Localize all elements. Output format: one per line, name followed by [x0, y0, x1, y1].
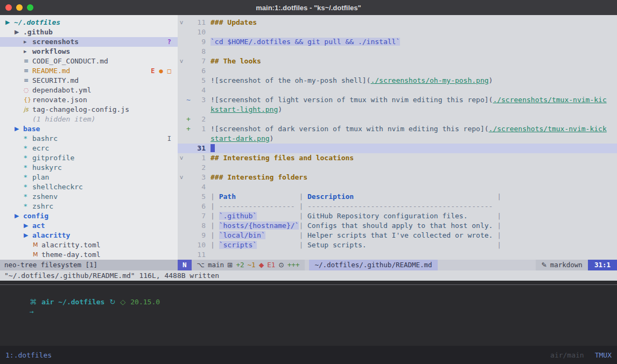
editor-line[interactable]: 9| `local/bin` | Helper scripts that I'v… [178, 231, 617, 240]
arrow-blue-icon: ▶ [24, 221, 32, 231]
git-sign: + [185, 115, 192, 124]
zoom-button[interactable] [27, 4, 33, 11]
md-icon: ≡ [24, 76, 32, 85]
tree-item-config[interactable]: ▶config [0, 211, 178, 221]
tree-item-gitprofile[interactable]: *gitprofile [0, 153, 178, 163]
editor-line[interactable]: 5![screenshot of the oh-my-posh shell](.… [178, 76, 617, 85]
tree-item--1-hidden-item-[interactable]: (1 hidden item) [0, 115, 178, 124]
status-badge: ● [159, 66, 163, 76]
editor-line[interactable]: v3### Interesting folders [178, 173, 617, 182]
tree-item-alacritty[interactable]: ▶alacritty [0, 231, 178, 240]
tree-item-label: huskyrc [32, 163, 62, 173]
editor-line[interactable]: 6| ------------------ | ----------------… [178, 202, 617, 211]
file-tree-panel[interactable]: ▶~/.dotfiles▶.github▸screenshots?▸workfl… [0, 15, 178, 260]
text-segment [265, 231, 299, 239]
text-segment [467, 212, 497, 220]
text-segment: | [497, 241, 501, 249]
tree-item-plan[interactable]: *plan [0, 173, 178, 182]
tree-item-label: renovate.json [32, 95, 87, 105]
git-sign [185, 134, 192, 144]
editor-line[interactable]: start-dark.png) [178, 134, 617, 144]
arrow-blue-icon: ▶ [15, 124, 23, 134]
tree-item--.dotfiles[interactable]: ▶~/.dotfiles [0, 18, 178, 27]
tree-item-readme.md[interactable]: ≡README.mdE●□ [0, 66, 178, 76]
tree-item-label: zshenv [32, 192, 58, 202]
editor-line[interactable]: v11### Updates [178, 18, 617, 27]
text-segment: ./screenshots/oh-my-posh.png [370, 76, 488, 84]
line-number: 1 [192, 153, 206, 163]
tree-item-renovate.json[interactable]: {}renovate.json [0, 95, 178, 105]
tree-item-theme-day.toml[interactable]: Mtheme-day.toml [0, 250, 178, 260]
editor-pane[interactable]: v11### Updates109`cd $HOME/.dotfiles && … [178, 15, 617, 260]
editor-line[interactable]: ~3![screenshot of light version of tmux … [178, 95, 617, 105]
editor-line[interactable]: v7## The looks [178, 56, 617, 66]
tree-item-badges: ? [167, 37, 171, 47]
tree-item-screenshots[interactable]: ▸screenshots? [0, 37, 178, 47]
editor-line[interactable]: 9`cd $HOME/.dotfiles && git pull && ./in… [178, 37, 617, 47]
line-number: 6 [192, 66, 206, 76]
status-badge: □ [167, 66, 171, 76]
fold-marker [178, 37, 185, 47]
editor-line[interactable]: 5| Path | Description | [178, 192, 617, 202]
editor-line[interactable]: 11 [178, 250, 617, 260]
editor-line[interactable]: v1## Interesting files and locations [178, 153, 617, 163]
text-segment: Helper scripts that I've collected or wr… [307, 231, 493, 239]
line-text: ## Interesting files and locations [211, 153, 354, 163]
editor-line[interactable]: 8 [178, 47, 617, 56]
tree-item-act[interactable]: ▶act [0, 221, 178, 231]
git-sign [185, 105, 192, 115]
tree-item-bashrc[interactable]: *bashrcI [0, 134, 178, 144]
tree-item-label: CODE_OF_CONDUCT.md [32, 56, 108, 66]
tree-item-tag-changelog-config.js[interactable]: jstag-changelog-config.js [0, 105, 178, 115]
tree-item-workflows[interactable]: ▸workflows [0, 47, 178, 56]
git-sign [185, 144, 192, 153]
extra-stat: +++ [288, 260, 300, 270]
tree-item-security.md[interactable]: ≡SECURITY.md [0, 76, 178, 85]
editor-line[interactable]: 4 [178, 85, 617, 95]
editor-line[interactable]: 8| `hosts/{hostname}/`| Configs that sho… [178, 221, 617, 231]
tree-item-zshenv[interactable]: *zshenv [0, 192, 178, 202]
tree-item-huskyrc[interactable]: *huskyrc [0, 163, 178, 173]
editor-line[interactable]: 10 [178, 27, 617, 37]
text-segment [236, 192, 299, 201]
editor-line[interactable]: +2 [178, 115, 617, 124]
cursor [211, 144, 215, 152]
tree-item-ecrc[interactable]: *ecrc [0, 144, 178, 153]
text-segment: `.github` [219, 212, 257, 220]
close-button[interactable] [5, 4, 12, 11]
tree-item-alacritty.toml[interactable]: Malacritty.toml [0, 240, 178, 250]
fold-marker: v [178, 173, 185, 182]
text-segment: ![screenshot of light version of tmux wi… [211, 96, 489, 104]
tree-item-dependabot.yml[interactable]: ◌dependabot.yml [0, 85, 178, 95]
editor-line[interactable]: 4 [178, 182, 617, 192]
editor-line[interactable]: kstart-light.png) [178, 105, 617, 115]
editor-line[interactable]: 2 [178, 163, 617, 173]
text-segment: kstart-light.png [211, 105, 278, 113]
minimize-button[interactable] [16, 4, 23, 11]
editor-line[interactable]: 7| `.github` | GitHub Repository configu… [178, 211, 617, 221]
fold-marker [178, 240, 185, 250]
editor-line[interactable]: 6 [178, 66, 617, 76]
git-sign [185, 66, 192, 76]
fold-marker [178, 134, 185, 144]
editor-line[interactable]: +1![screenshot of dark version of tmux w… [178, 124, 617, 134]
shell-prompt-line: ⌘air ~/.dotfiles↻◇20.15.0 [0, 288, 617, 297]
tmux-window-name[interactable]: 1:.dotfiles [5, 351, 52, 359]
text-segment: ./screenshots/tmux-nvim-kic [493, 96, 606, 104]
tree-item-label: (1 hidden item) [32, 115, 95, 124]
line-text: `cd $HOME/.dotfiles && git pull && ./ins… [211, 37, 400, 47]
tree-item-label: plan [32, 173, 49, 182]
text-segment: ![screenshot of the oh-my-posh shell] [211, 76, 367, 84]
text-segment: ### Interesting folders [211, 173, 307, 181]
star-icon: * [24, 192, 32, 202]
editor-line[interactable]: 31 [178, 144, 617, 153]
tree-item-zshrc[interactable]: *zshrc [0, 202, 178, 211]
tree-item-shellcheckrc[interactable]: *shellcheckrc [0, 182, 178, 192]
tree-item-.github[interactable]: ▶.github [0, 27, 178, 37]
shell-pane[interactable]: ⌘air ~/.dotfiles↻◇20.15.0 → [0, 281, 617, 346]
tree-item-code-of-conduct.md[interactable]: ≡CODE_OF_CONDUCT.md [0, 56, 178, 66]
git-sign [185, 182, 192, 192]
text-segment: | [211, 231, 219, 239]
editor-line[interactable]: 10| `scripts` | Setup scripts. | [178, 240, 617, 250]
tree-item-base[interactable]: ▶base [0, 124, 178, 134]
